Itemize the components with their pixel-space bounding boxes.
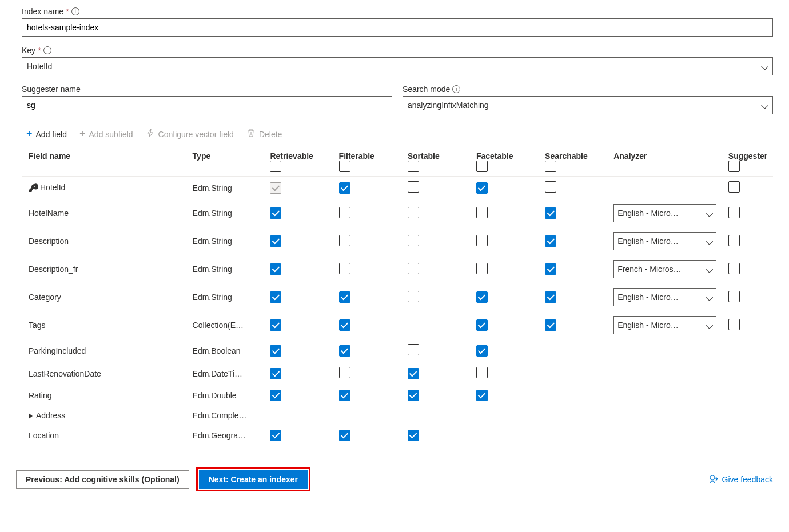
checkbox[interactable] [408, 368, 419, 379]
filterable-all-checkbox[interactable] [339, 161, 350, 172]
checkbox[interactable] [476, 182, 488, 194]
table-row[interactable]: ParkingIncluded Edm.Boolean [22, 339, 773, 362]
field-type-cell: Edm.Geogra… [193, 431, 261, 440]
info-icon[interactable]: i [71, 7, 79, 15]
checkbox[interactable] [339, 367, 350, 378]
checkbox[interactable] [270, 345, 281, 357]
checkbox[interactable] [476, 345, 488, 357]
analyzer-select[interactable]: French - Micros… [613, 260, 716, 278]
add-field-button[interactable]: + Add field [26, 128, 67, 140]
checkbox[interactable] [545, 207, 556, 219]
col-facetable: Facetable [476, 151, 513, 161]
add-subfield-button: + Add subfield [79, 128, 133, 140]
field-name-cell: Address [22, 406, 189, 425]
table-row[interactable]: Address Edm.Comple… [22, 406, 773, 425]
analyzer-select[interactable]: English - Micro… [613, 204, 716, 222]
table-row[interactable]: Rating Edm.Double [22, 385, 773, 406]
sortable-all-checkbox[interactable] [408, 161, 419, 172]
previous-button[interactable]: Previous: Add cognitive skills (Optional… [16, 470, 189, 489]
table-row[interactable]: Tags Collection(E… English - Micro… [22, 311, 773, 339]
checkbox[interactable] [728, 319, 740, 330]
checkbox[interactable] [339, 390, 350, 401]
table-row[interactable]: Category Edm.String English - Micro… [22, 283, 773, 311]
suggester-name-label: Suggester name [22, 85, 81, 94]
checkbox[interactable] [476, 367, 488, 378]
checkbox[interactable] [545, 235, 556, 247]
checkbox[interactable] [408, 207, 419, 218]
checkbox[interactable] [270, 368, 281, 379]
field-type-cell: Edm.Boolean [193, 346, 261, 355]
checkbox[interactable] [339, 291, 350, 303]
table-row[interactable]: Location Edm.Geogra… [22, 425, 773, 446]
checkbox[interactable] [270, 430, 281, 441]
checkbox[interactable] [408, 181, 419, 193]
suggester-name-input[interactable] [22, 96, 392, 114]
checkbox[interactable] [339, 345, 350, 357]
checkbox[interactable] [476, 235, 488, 246]
checkbox[interactable] [270, 235, 281, 247]
configure-vector-button: Configure vector field [146, 129, 234, 139]
key-icon [29, 183, 38, 193]
checkbox[interactable] [728, 235, 740, 246]
field-name-cell: HotelName [22, 199, 189, 227]
checkbox[interactable] [270, 291, 281, 303]
analyzer-select[interactable]: English - Micro… [613, 232, 716, 250]
checkbox[interactable] [408, 235, 419, 246]
checkbox[interactable] [476, 263, 488, 274]
checkbox[interactable] [476, 207, 488, 218]
checkbox[interactable] [728, 263, 740, 274]
checkbox[interactable] [408, 390, 419, 401]
chevron-down-icon [706, 322, 712, 329]
next-button[interactable]: Next: Create an indexer [199, 470, 308, 489]
checkbox[interactable] [270, 263, 281, 275]
checkbox[interactable] [270, 207, 281, 219]
checkbox[interactable] [728, 181, 740, 193]
checkbox[interactable] [728, 207, 740, 218]
checkbox[interactable] [545, 291, 556, 303]
checkbox[interactable] [270, 182, 281, 194]
field-name-cell: ParkingIncluded [22, 339, 189, 362]
checkbox[interactable] [728, 291, 740, 302]
col-searchable: Searchable [545, 151, 588, 161]
checkbox[interactable] [545, 319, 556, 331]
checkbox[interactable] [270, 390, 281, 401]
checkbox[interactable] [476, 291, 488, 303]
checkbox[interactable] [408, 430, 419, 441]
index-name-input[interactable] [22, 18, 773, 37]
field-name-cell: Location [22, 425, 189, 446]
checkbox[interactable] [339, 235, 350, 246]
checkbox[interactable] [339, 182, 350, 194]
retrievable-all-checkbox[interactable] [270, 161, 281, 172]
checkbox[interactable] [339, 319, 350, 331]
checkbox[interactable] [339, 263, 350, 274]
search-mode-select[interactable]: analyzingInfixMatching [403, 96, 773, 114]
analyzer-select[interactable]: English - Micro… [613, 316, 716, 334]
table-row[interactable]: Description Edm.String English - Micro… [22, 227, 773, 255]
checkbox[interactable] [408, 344, 419, 355]
caret-right-icon[interactable] [29, 413, 33, 419]
checkbox[interactable] [408, 263, 419, 274]
checkbox[interactable] [545, 181, 556, 193]
searchable-all-checkbox[interactable] [545, 161, 556, 172]
table-row[interactable]: HotelName Edm.String English - Micro… [22, 199, 773, 227]
suggester-all-checkbox[interactable] [728, 161, 740, 172]
table-row[interactable]: LastRenovationDate Edm.DateTi… [22, 362, 773, 385]
checkbox[interactable] [270, 319, 281, 331]
table-row[interactable]: Description_fr Edm.String French - Micro… [22, 255, 773, 283]
checkbox[interactable] [408, 291, 419, 302]
checkbox[interactable] [339, 207, 350, 218]
bolt-icon [146, 129, 155, 139]
checkbox[interactable] [476, 319, 488, 331]
facetable-all-checkbox[interactable] [476, 161, 488, 172]
info-icon[interactable]: i [452, 85, 460, 93]
checkbox[interactable] [339, 430, 350, 441]
checkbox[interactable] [476, 390, 488, 401]
analyzer-select[interactable]: English - Micro… [613, 288, 716, 306]
key-select[interactable]: HotelId [22, 57, 773, 75]
info-icon[interactable]: i [43, 46, 51, 54]
field-name-cell: Rating [22, 385, 189, 406]
checkbox[interactable] [545, 263, 556, 275]
table-row[interactable]: HotelId Edm.String [22, 177, 773, 199]
trash-icon [246, 129, 256, 139]
give-feedback-link[interactable]: Give feedback [710, 475, 774, 484]
